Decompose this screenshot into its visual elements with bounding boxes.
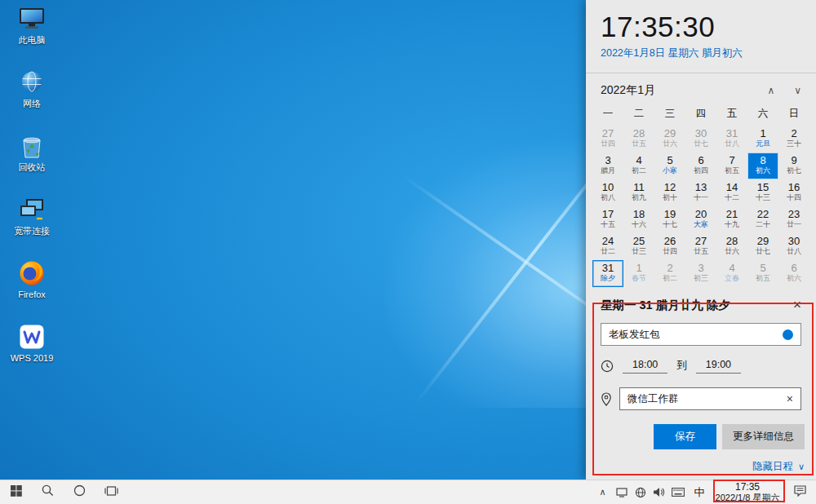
calendar-day-26[interactable]: 26廿四 xyxy=(654,233,685,260)
calendar-day-24[interactable]: 24廿二 xyxy=(592,233,623,260)
calendar-prev-month-icon[interactable]: ∧ xyxy=(767,85,774,96)
day-number: 1 xyxy=(747,127,778,139)
event-editor-close-icon[interactable]: × xyxy=(790,297,805,313)
day-number: 2 xyxy=(654,262,685,274)
event-name-input[interactable]: 老板发红包 xyxy=(601,323,801,346)
calendar-day-23[interactable]: 23廿一 xyxy=(778,206,809,233)
calendar-day-25[interactable]: 25廿三 xyxy=(623,233,654,260)
calendar-day-22[interactable]: 22二十 xyxy=(747,206,778,233)
calendar-day-8[interactable]: 8初六 xyxy=(747,153,778,179)
clock-date-line[interactable]: 2022年1月8日 星期六 腊月初六 xyxy=(601,46,816,60)
desktop-icon-label: 宽带连接 xyxy=(14,226,50,236)
desktop-icon-network[interactable]: 网络 xyxy=(2,69,62,108)
ime-indicator[interactable]: 中 xyxy=(687,480,712,504)
desktop-icon-this-pc[interactable]: 此电脑 xyxy=(2,5,62,45)
calendar-day-7[interactable]: 7初五 xyxy=(716,153,747,179)
end-time-field[interactable]: 19:00 xyxy=(696,358,741,374)
task-view-button[interactable] xyxy=(95,480,127,504)
lunar-label: 立春 xyxy=(716,274,747,282)
calendar-day-28[interactable]: 28廿五 xyxy=(623,126,654,153)
cortana-circle-icon xyxy=(73,484,86,500)
tray-expand-button[interactable]: ∧ xyxy=(593,480,612,504)
day-number: 30 xyxy=(778,235,809,247)
calendar-day-3[interactable]: 3初三 xyxy=(685,260,716,287)
start-button[interactable] xyxy=(0,480,32,504)
calendar-day-1[interactable]: 1元旦 xyxy=(747,126,778,153)
lunar-label: 春节 xyxy=(623,274,654,282)
calendar-day-20[interactable]: 20大寒 xyxy=(685,206,716,233)
chevron-up-icon: ∧ xyxy=(599,487,605,497)
calendar-day-29[interactable]: 29廿六 xyxy=(654,126,685,153)
clock-icon xyxy=(601,360,614,373)
calendar-day-2[interactable]: 2初二 xyxy=(654,260,685,287)
search-button[interactable] xyxy=(32,480,64,504)
lunar-label: 廿六 xyxy=(716,247,747,255)
calendar-day-27[interactable]: 27廿四 xyxy=(592,126,623,153)
calendar-day-31[interactable]: 31廿八 xyxy=(716,126,747,153)
calendar-day-14[interactable]: 14十二 xyxy=(716,179,747,206)
tray-keyboard-icon[interactable] xyxy=(668,480,687,504)
lunar-label: 廿四 xyxy=(592,139,623,148)
calendar-day-18[interactable]: 18十六 xyxy=(623,206,654,233)
calendar-day-2[interactable]: 2三十 xyxy=(778,126,809,153)
calendar-day-9[interactable]: 9初七 xyxy=(778,153,809,179)
calendar-day-21[interactable]: 21十九 xyxy=(716,206,747,233)
calendar-day-11[interactable]: 11初九 xyxy=(623,179,654,206)
calendar-day-5[interactable]: 5小寒 xyxy=(654,153,685,179)
location-input[interactable]: 微信工作群 × xyxy=(619,387,801,410)
calendar-grid: 27廿四28廿五29廿六30廿七31廿八1元旦2三十3腊月4初二5小寒6初四7初… xyxy=(586,126,816,287)
desktop-icon-label: 回收站 xyxy=(19,162,46,172)
start-time-field[interactable]: 18:00 xyxy=(623,358,667,374)
day-number: 28 xyxy=(623,127,654,139)
calendar-day-29[interactable]: 29廿七 xyxy=(747,233,778,260)
calendar-day-27[interactable]: 27廿五 xyxy=(685,233,716,260)
desktop-icon-firefox[interactable]: Firefox xyxy=(2,259,62,299)
search-icon xyxy=(42,484,54,500)
hide-agenda-link[interactable]: 隐藏日程 ∨ xyxy=(597,460,805,474)
tray-display-icon[interactable] xyxy=(612,480,631,504)
calendar-day-19[interactable]: 19十七 xyxy=(654,206,685,233)
calendar-day-1[interactable]: 1春节 xyxy=(623,260,654,287)
lunar-label: 廿七 xyxy=(747,247,778,255)
tray-network-globe-icon[interactable] xyxy=(631,480,650,504)
calendar-day-16[interactable]: 16十四 xyxy=(778,179,809,206)
desktop-icon-recycle-bin[interactable]: 回收站 xyxy=(2,132,62,172)
calendar-day-6[interactable]: 6初六 xyxy=(778,260,809,287)
calendar-day-31[interactable]: 31除夕 xyxy=(592,260,623,287)
hide-agenda-label: 隐藏日程 xyxy=(752,460,793,474)
calendar-day-3[interactable]: 3腊月 xyxy=(592,153,623,179)
day-number: 29 xyxy=(747,235,778,247)
calendar-day-30[interactable]: 30廿七 xyxy=(685,126,716,153)
calendar-color-dot[interactable] xyxy=(783,329,793,340)
this-pc-icon xyxy=(18,5,46,33)
desktop-icon-broadband[interactable]: 宽带连接 xyxy=(2,196,62,236)
calendar-day-4[interactable]: 4立春 xyxy=(716,260,747,287)
lunar-label: 初八 xyxy=(592,193,623,201)
weekday-header: 四 xyxy=(685,104,716,126)
calendar-day-6[interactable]: 6初四 xyxy=(685,153,716,179)
tray-volume-icon[interactable] xyxy=(650,480,668,504)
desktop-icon-wps[interactable]: WPS 2019 xyxy=(2,323,62,363)
calendar-day-15[interactable]: 15十三 xyxy=(747,179,778,206)
calendar-day-12[interactable]: 12初十 xyxy=(654,179,685,206)
taskbar-clock-time: 17:35 xyxy=(735,482,760,493)
calendar-day-10[interactable]: 10初八 xyxy=(592,179,623,206)
calendar-day-30[interactable]: 30廿八 xyxy=(778,233,809,260)
calendar-day-4[interactable]: 4初二 xyxy=(623,153,654,179)
cortana-button[interactable] xyxy=(64,480,95,504)
more-details-button[interactable]: 更多详细信息 xyxy=(722,424,805,449)
calendar-day-28[interactable]: 28廿六 xyxy=(716,233,747,260)
lunar-label: 初七 xyxy=(778,166,809,175)
calendar-day-17[interactable]: 17十五 xyxy=(592,206,623,233)
save-button[interactable]: 保存 xyxy=(654,424,716,449)
calendar-day-13[interactable]: 13十一 xyxy=(685,179,716,206)
calendar-day-5[interactable]: 5初五 xyxy=(747,260,778,287)
calendar-next-month-icon[interactable]: ∨ xyxy=(794,85,801,96)
lunar-label: 廿八 xyxy=(716,139,747,148)
day-number: 27 xyxy=(592,127,623,139)
action-center-button[interactable] xyxy=(783,480,816,504)
calendar-month-label[interactable]: 2022年1月 xyxy=(601,83,747,98)
taskbar-clock[interactable]: 17:35 2022/1/8 星期六 xyxy=(712,480,783,504)
day-number: 23 xyxy=(778,208,809,220)
clear-location-icon[interactable]: × xyxy=(784,392,796,405)
